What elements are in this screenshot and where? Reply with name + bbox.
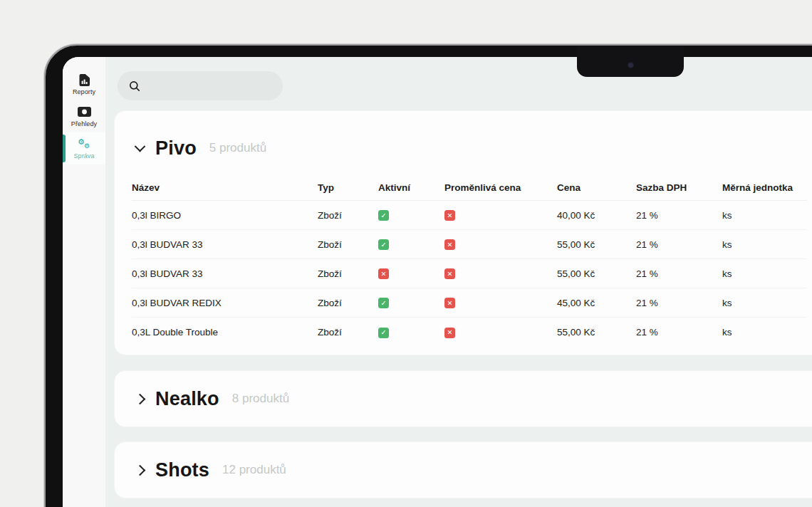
product-name-cell: 0,3l BUDVAR 33 bbox=[132, 239, 318, 250]
section-title: Shots bbox=[155, 459, 209, 481]
search-bar[interactable] bbox=[118, 71, 283, 100]
chevron-right-icon bbox=[135, 393, 146, 404]
column-header: Typ bbox=[318, 182, 378, 193]
checkbox-unchecked-icon[interactable]: ✕ bbox=[378, 268, 389, 279]
checkbox-unchecked-icon[interactable]: ✕ bbox=[444, 210, 455, 221]
product-table-body: 0,3l BIRGO Zboží ✓ ✕ 40,00 Kč 21 % ks 0,… bbox=[132, 201, 807, 347]
sidebar-item-prehledy[interactable]: Přehledy bbox=[63, 100, 105, 132]
report-chart-icon bbox=[79, 74, 90, 86]
active-cell: ✓ bbox=[378, 297, 444, 308]
sidebar-item-reporty[interactable]: Reporty bbox=[63, 68, 105, 100]
vat-cell: 21 % bbox=[636, 210, 722, 221]
column-header: Měrná jednotka bbox=[722, 182, 807, 193]
section-header-shots[interactable]: Shots 12 produktů bbox=[115, 459, 286, 481]
main-content: Pivo 5 produktů NázevTypAktivníProměnliv… bbox=[105, 57, 812, 507]
product-name-cell: 0,3L Double Trouble bbox=[132, 327, 318, 338]
section-header-pivo[interactable]: Pivo 5 produktů bbox=[115, 111, 812, 164]
active-cell: ✕ bbox=[378, 268, 444, 279]
section-title: Nealko bbox=[155, 388, 219, 410]
section-count: 5 produktů bbox=[209, 141, 266, 155]
section-count: 8 produktů bbox=[232, 392, 289, 406]
checkbox-unchecked-icon[interactable]: ✕ bbox=[444, 239, 455, 250]
table-header-row: NázevTypAktivníProměnlivá cenaCenaSazba … bbox=[132, 175, 807, 201]
sidebar: Reporty Přehledy ⚙ ⚙ bbox=[63, 57, 105, 507]
product-name-cell: 0,3l BUDVAR 33 bbox=[132, 268, 318, 279]
checkbox-checked-icon[interactable]: ✓ bbox=[378, 210, 389, 221]
tablet-frame: Reporty Přehledy ⚙ ⚙ bbox=[44, 44, 812, 507]
checkbox-unchecked-icon[interactable]: ✕ bbox=[444, 328, 455, 338]
vat-cell: 21 % bbox=[636, 298, 722, 308]
column-header: Sazba DPH bbox=[636, 182, 722, 193]
price-cell: 55,00 Kč bbox=[557, 239, 636, 250]
variable-price-cell: ✕ bbox=[444, 268, 557, 279]
product-name-cell: 0,3l BUDVAR REDIX bbox=[132, 298, 318, 308]
vat-cell: 21 % bbox=[636, 327, 722, 338]
section-title: Pivo bbox=[155, 137, 197, 160]
column-header: Název bbox=[132, 182, 318, 193]
gears-icon: ⚙ ⚙ bbox=[77, 138, 91, 150]
product-type-cell: Zboží bbox=[318, 210, 378, 221]
unit-cell: ks bbox=[722, 327, 807, 338]
unit-cell: ks bbox=[722, 298, 807, 308]
active-cell: ✓ bbox=[378, 326, 444, 338]
variable-price-cell: ✕ bbox=[444, 209, 557, 221]
active-cell: ✓ bbox=[378, 209, 444, 221]
checkbox-checked-icon[interactable]: ✓ bbox=[378, 298, 389, 308]
product-row[interactable]: 0,3l BIRGO Zboží ✓ ✕ 40,00 Kč 21 % ks bbox=[132, 201, 807, 230]
overview-photo-icon bbox=[78, 106, 91, 118]
unit-cell: ks bbox=[722, 268, 807, 279]
price-cell: 40,00 Kč bbox=[557, 210, 636, 221]
camera-lens bbox=[628, 62, 634, 68]
section-header-nealko[interactable]: Nealko 8 produktů bbox=[115, 388, 289, 410]
price-cell: 55,00 Kč bbox=[557, 327, 636, 338]
chevron-down-icon bbox=[135, 140, 146, 152]
desktop-background: Reporty Přehledy ⚙ ⚙ bbox=[0, 0, 812, 507]
variable-price-cell: ✕ bbox=[444, 297, 557, 308]
checkbox-unchecked-icon[interactable]: ✕ bbox=[444, 298, 455, 308]
section-card-shots: Shots 12 produktů bbox=[114, 441, 812, 498]
product-type-cell: Zboží bbox=[318, 298, 378, 308]
price-cell: 45,00 Kč bbox=[557, 298, 636, 308]
product-type-cell: Zboží bbox=[318, 239, 378, 250]
search-icon bbox=[129, 80, 140, 92]
checkbox-checked-icon[interactable]: ✓ bbox=[378, 239, 389, 250]
product-type-cell: Zboží bbox=[318, 327, 378, 338]
product-row[interactable]: 0,3l BUDVAR 33 Zboží ✓ ✕ 55,00 Kč 21 % k… bbox=[132, 230, 807, 259]
section-card-pivo: Pivo 5 produktů NázevTypAktivníProměnliv… bbox=[114, 110, 812, 355]
sidebar-item-label: Správa bbox=[73, 152, 94, 160]
product-type-cell: Zboží bbox=[318, 268, 378, 279]
column-header: Cena bbox=[557, 182, 636, 193]
variable-price-cell: ✕ bbox=[444, 326, 557, 338]
section-count: 12 produktů bbox=[222, 463, 286, 477]
column-header: Proměnlivá cena bbox=[444, 182, 557, 193]
product-name-cell: 0,3l BIRGO bbox=[132, 210, 318, 221]
sidebar-item-sprava[interactable]: ⚙ ⚙ Správa bbox=[63, 132, 105, 164]
unit-cell: ks bbox=[722, 210, 807, 221]
unit-cell: ks bbox=[722, 239, 807, 250]
sidebar-item-label: Přehledy bbox=[71, 120, 97, 127]
active-cell: ✓ bbox=[378, 239, 444, 250]
column-header: Aktivní bbox=[378, 182, 444, 193]
checkbox-checked-icon[interactable]: ✓ bbox=[378, 328, 389, 338]
product-row[interactable]: 0,3l BUDVAR 33 Zboží ✕ ✕ 55,00 Kč 21 % k… bbox=[132, 259, 807, 288]
search-input[interactable] bbox=[147, 80, 276, 92]
vat-cell: 21 % bbox=[636, 239, 722, 250]
section-card-nealko: Nealko 8 produktů bbox=[114, 370, 812, 427]
checkbox-unchecked-icon[interactable]: ✕ bbox=[444, 268, 455, 279]
price-cell: 55,00 Kč bbox=[557, 268, 636, 279]
sidebar-item-label: Reporty bbox=[73, 88, 95, 95]
camera-notch bbox=[577, 46, 684, 77]
product-row[interactable]: 0,3L Double Trouble Zboží ✓ ✕ 55,00 Kč 2… bbox=[132, 318, 807, 347]
app-screen: Reporty Přehledy ⚙ ⚙ bbox=[63, 57, 812, 507]
product-row[interactable]: 0,3l BUDVAR REDIX Zboží ✓ ✕ 45,00 Kč 21 … bbox=[132, 288, 807, 318]
product-table: NázevTypAktivníProměnlivá cenaCenaSazba … bbox=[132, 175, 807, 347]
variable-price-cell: ✕ bbox=[444, 239, 557, 250]
chevron-right-icon bbox=[135, 464, 146, 476]
vat-cell: 21 % bbox=[636, 268, 722, 279]
